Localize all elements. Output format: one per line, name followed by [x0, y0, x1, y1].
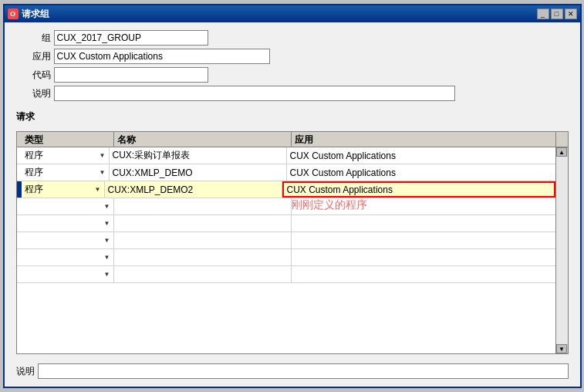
close-button[interactable]: ✕ — [565, 8, 577, 19]
cell-name-1: CUX:采购订单报表 — [110, 147, 287, 164]
empty-cell-type: ▼ — [22, 198, 114, 215]
table-body-container: ▼ CUX:采购订单报表 CUX Custom Applications ▼ C… — [17, 147, 568, 353]
empty-cell-app — [292, 266, 555, 282]
cell-app-3-highlighted: CUX Custom Applications — [282, 181, 555, 198]
col-app-header: 应用 — [292, 132, 555, 147]
table-row[interactable]: ▼ CUX:采购订单报表 CUX Custom Applications — [17, 147, 555, 164]
col-name-header: 名称 — [114, 132, 292, 147]
main-window: O 请求组 _ □ ✕ 组 应用 代码 说明 — [3, 4, 582, 388]
empty-row: ▼ — [17, 266, 555, 283]
app-row: 应用 — [16, 49, 569, 64]
maximize-button[interactable]: □ — [551, 8, 563, 19]
window-title: 请求组 — [22, 8, 49, 21]
code-row: 代码 — [16, 67, 569, 83]
group-row: 组 — [16, 30, 569, 46]
dropdown-arrow-e2[interactable]: ▼ — [104, 220, 110, 227]
scroll-down-button[interactable]: ▼ — [556, 344, 567, 353]
request-section-title: 请求 — [16, 110, 569, 123]
code-label: 代码 — [16, 69, 51, 82]
col-type-header: 类型 — [22, 132, 114, 147]
dropdown-arrow-e5[interactable]: ▼ — [104, 271, 110, 278]
empty-cell-name — [114, 215, 292, 231]
table-row[interactable]: ▼ CUX:XMLP_DEMO CUX Custom Applications — [17, 164, 555, 181]
group-label: 组 — [16, 32, 51, 45]
type-input-3[interactable] — [25, 184, 94, 195]
table-main: ▼ CUX:采购订单报表 CUX Custom Applications ▼ C… — [17, 147, 555, 353]
minimize-button[interactable]: _ — [537, 8, 549, 19]
dropdown-arrow-empty[interactable]: ▼ — [104, 203, 110, 210]
bottom-section: 说明 — [16, 363, 569, 379]
dropdown-arrow-e3[interactable]: ▼ — [104, 237, 110, 244]
app-input[interactable] — [54, 49, 270, 64]
empty-row: ▼ 刚刚定义的程序 — [17, 198, 555, 215]
form-section: 组 应用 代码 说明 — [16, 30, 569, 101]
content-area: 组 应用 代码 说明 请求 类型 名称 应用 — [5, 22, 580, 387]
empty-cell-type: ▼ — [22, 249, 114, 265]
request-table: 类型 名称 应用 ▼ CUX:采购订单报表 CUX Custom Appli — [16, 131, 569, 354]
group-input[interactable] — [54, 30, 208, 46]
table-row-selected[interactable]: ▼ CUX:XMLP_DEMO2 CUX Custom Applications — [17, 181, 555, 198]
cell-type: ▼ — [22, 181, 105, 198]
code-input[interactable] — [54, 67, 208, 83]
dropdown-arrow-1[interactable]: ▼ — [100, 152, 106, 159]
empty-cell-name — [114, 232, 292, 248]
bottom-label: 说明 — [16, 365, 35, 378]
dropdown-arrow-e4[interactable]: ▼ — [104, 254, 110, 261]
app-label: 应用 — [16, 50, 51, 63]
desc-row: 说明 — [16, 86, 569, 101]
dropdown-arrow-2[interactable]: ▼ — [100, 169, 106, 176]
hint-text: 刚刚定义的程序 — [292, 198, 367, 211]
bottom-input[interactable] — [38, 363, 569, 379]
title-bar: O 请求组 _ □ ✕ — [5, 5, 580, 22]
type-input-1[interactable] — [25, 150, 94, 161]
empty-cell-type: ▼ — [22, 266, 114, 282]
empty-row: ▼ — [17, 249, 555, 266]
scroll-up-button[interactable]: ▲ — [556, 147, 567, 157]
cell-name-3: CUX:XMLP_DEMO2 — [105, 181, 282, 198]
empty-cell-app — [292, 249, 555, 265]
desc-input[interactable] — [54, 86, 455, 101]
desc-label: 说明 — [16, 87, 51, 100]
window-icon: O — [8, 8, 19, 19]
scrollbar-vertical[interactable]: ▲ ▼ — [555, 147, 568, 353]
cell-type: ▼ — [22, 147, 110, 164]
type-input-2[interactable] — [25, 167, 94, 178]
title-buttons: _ □ ✕ — [537, 8, 577, 19]
cell-type: ▼ — [22, 164, 110, 181]
empty-cell-app — [292, 232, 555, 248]
empty-cell-type: ▼ — [22, 215, 114, 231]
empty-cell-name — [114, 249, 292, 265]
empty-cell-name — [114, 198, 292, 215]
empty-cell-name — [114, 266, 292, 282]
table-header: 类型 名称 应用 — [17, 132, 568, 147]
empty-cell-app — [292, 215, 555, 231]
title-bar-left: O 请求组 — [8, 8, 49, 21]
empty-row: ▼ — [17, 232, 555, 249]
empty-cell-type: ▼ — [22, 232, 114, 248]
cell-app-1: CUX Custom Applications — [287, 147, 555, 164]
dropdown-arrow-3[interactable]: ▼ — [95, 186, 101, 193]
cell-name-2: CUX:XMLP_DEMO — [110, 164, 287, 181]
cell-app-2: CUX Custom Applications — [287, 164, 555, 181]
empty-row: ▼ — [17, 215, 555, 232]
scroll-track[interactable] — [556, 157, 568, 344]
empty-cell-app: 刚刚定义的程序 — [292, 198, 555, 215]
